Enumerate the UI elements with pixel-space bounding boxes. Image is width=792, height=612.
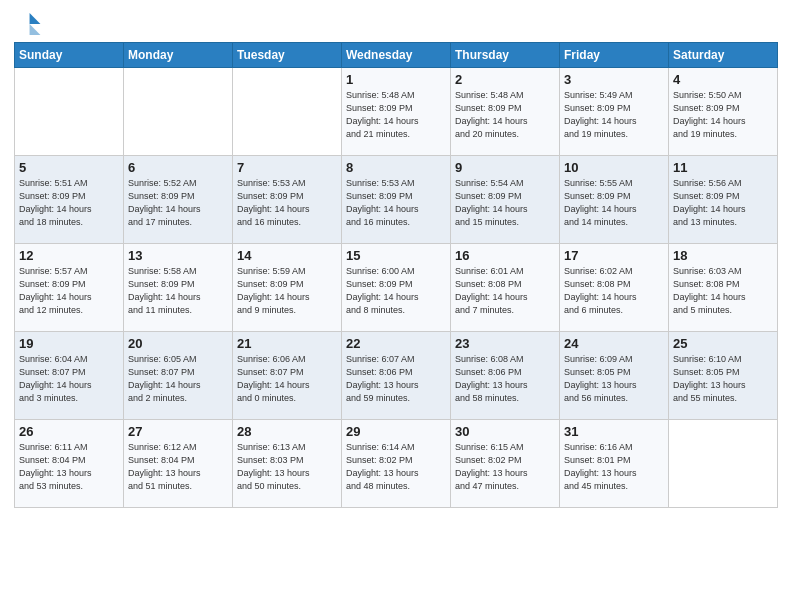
day-info: Sunrise: 6:00 AMSunset: 8:09 PMDaylight:… [346,265,446,317]
day-info: Sunrise: 6:15 AMSunset: 8:02 PMDaylight:… [455,441,555,493]
day-info: Sunrise: 6:16 AMSunset: 8:01 PMDaylight:… [564,441,664,493]
day-number: 20 [128,336,228,351]
day-info: Sunrise: 5:50 AMSunset: 8:09 PMDaylight:… [673,89,773,141]
calendar-week-row: 12Sunrise: 5:57 AMSunset: 8:09 PMDayligh… [15,244,778,332]
calendar-cell: 18Sunrise: 6:03 AMSunset: 8:08 PMDayligh… [669,244,778,332]
weekday-header-monday: Monday [124,43,233,68]
calendar-cell: 29Sunrise: 6:14 AMSunset: 8:02 PMDayligh… [342,420,451,508]
day-info: Sunrise: 6:08 AMSunset: 8:06 PMDaylight:… [455,353,555,405]
day-info: Sunrise: 6:14 AMSunset: 8:02 PMDaylight:… [346,441,446,493]
day-number: 11 [673,160,773,175]
calendar-cell: 31Sunrise: 6:16 AMSunset: 8:01 PMDayligh… [560,420,669,508]
day-number: 6 [128,160,228,175]
day-number: 19 [19,336,119,351]
calendar-cell: 7Sunrise: 5:53 AMSunset: 8:09 PMDaylight… [233,156,342,244]
day-info: Sunrise: 6:10 AMSunset: 8:05 PMDaylight:… [673,353,773,405]
day-info: Sunrise: 6:13 AMSunset: 8:03 PMDaylight:… [237,441,337,493]
calendar-cell: 11Sunrise: 5:56 AMSunset: 8:09 PMDayligh… [669,156,778,244]
day-info: Sunrise: 5:54 AMSunset: 8:09 PMDaylight:… [455,177,555,229]
weekday-header-friday: Friday [560,43,669,68]
day-number: 21 [237,336,337,351]
day-number: 15 [346,248,446,263]
logo [14,10,44,38]
day-info: Sunrise: 6:01 AMSunset: 8:08 PMDaylight:… [455,265,555,317]
calendar-cell: 24Sunrise: 6:09 AMSunset: 8:05 PMDayligh… [560,332,669,420]
day-number: 24 [564,336,664,351]
day-number: 7 [237,160,337,175]
day-info: Sunrise: 6:05 AMSunset: 8:07 PMDaylight:… [128,353,228,405]
calendar-cell [124,68,233,156]
day-number: 4 [673,72,773,87]
calendar-cell [15,68,124,156]
calendar-header: SundayMondayTuesdayWednesdayThursdayFrid… [15,43,778,68]
day-number: 12 [19,248,119,263]
day-number: 28 [237,424,337,439]
day-info: Sunrise: 5:57 AMSunset: 8:09 PMDaylight:… [19,265,119,317]
calendar-cell: 28Sunrise: 6:13 AMSunset: 8:03 PMDayligh… [233,420,342,508]
day-number: 22 [346,336,446,351]
calendar-cell: 3Sunrise: 5:49 AMSunset: 8:09 PMDaylight… [560,68,669,156]
calendar-table: SundayMondayTuesdayWednesdayThursdayFrid… [14,42,778,508]
day-info: Sunrise: 6:06 AMSunset: 8:07 PMDaylight:… [237,353,337,405]
calendar-cell: 16Sunrise: 6:01 AMSunset: 8:08 PMDayligh… [451,244,560,332]
day-info: Sunrise: 5:48 AMSunset: 8:09 PMDaylight:… [455,89,555,141]
day-info: Sunrise: 5:52 AMSunset: 8:09 PMDaylight:… [128,177,228,229]
day-number: 23 [455,336,555,351]
calendar-cell: 1Sunrise: 5:48 AMSunset: 8:09 PMDaylight… [342,68,451,156]
day-number: 29 [346,424,446,439]
day-number: 26 [19,424,119,439]
logo-icon [14,10,42,38]
calendar-page: SundayMondayTuesdayWednesdayThursdayFrid… [0,0,792,612]
calendar-cell: 13Sunrise: 5:58 AMSunset: 8:09 PMDayligh… [124,244,233,332]
day-info: Sunrise: 6:02 AMSunset: 8:08 PMDaylight:… [564,265,664,317]
weekday-header-tuesday: Tuesday [233,43,342,68]
day-number: 2 [455,72,555,87]
calendar-cell: 17Sunrise: 6:02 AMSunset: 8:08 PMDayligh… [560,244,669,332]
calendar-cell: 9Sunrise: 5:54 AMSunset: 8:09 PMDaylight… [451,156,560,244]
day-info: Sunrise: 5:56 AMSunset: 8:09 PMDaylight:… [673,177,773,229]
day-info: Sunrise: 5:53 AMSunset: 8:09 PMDaylight:… [237,177,337,229]
day-info: Sunrise: 5:48 AMSunset: 8:09 PMDaylight:… [346,89,446,141]
calendar-week-row: 5Sunrise: 5:51 AMSunset: 8:09 PMDaylight… [15,156,778,244]
day-info: Sunrise: 5:55 AMSunset: 8:09 PMDaylight:… [564,177,664,229]
calendar-cell [669,420,778,508]
day-number: 8 [346,160,446,175]
day-info: Sunrise: 5:49 AMSunset: 8:09 PMDaylight:… [564,89,664,141]
svg-marker-1 [30,24,41,35]
day-info: Sunrise: 5:53 AMSunset: 8:09 PMDaylight:… [346,177,446,229]
day-info: Sunrise: 6:09 AMSunset: 8:05 PMDaylight:… [564,353,664,405]
day-number: 30 [455,424,555,439]
day-number: 27 [128,424,228,439]
calendar-cell: 23Sunrise: 6:08 AMSunset: 8:06 PMDayligh… [451,332,560,420]
header [14,10,778,38]
day-number: 13 [128,248,228,263]
calendar-cell: 22Sunrise: 6:07 AMSunset: 8:06 PMDayligh… [342,332,451,420]
day-number: 18 [673,248,773,263]
weekday-header-row: SundayMondayTuesdayWednesdayThursdayFrid… [15,43,778,68]
weekday-header-thursday: Thursday [451,43,560,68]
calendar-cell: 20Sunrise: 6:05 AMSunset: 8:07 PMDayligh… [124,332,233,420]
day-info: Sunrise: 5:59 AMSunset: 8:09 PMDaylight:… [237,265,337,317]
calendar-cell: 26Sunrise: 6:11 AMSunset: 8:04 PMDayligh… [15,420,124,508]
day-info: Sunrise: 6:12 AMSunset: 8:04 PMDaylight:… [128,441,228,493]
day-number: 17 [564,248,664,263]
day-number: 16 [455,248,555,263]
day-number: 9 [455,160,555,175]
day-info: Sunrise: 5:58 AMSunset: 8:09 PMDaylight:… [128,265,228,317]
calendar-cell: 5Sunrise: 5:51 AMSunset: 8:09 PMDaylight… [15,156,124,244]
calendar-cell: 6Sunrise: 5:52 AMSunset: 8:09 PMDaylight… [124,156,233,244]
calendar-cell: 19Sunrise: 6:04 AMSunset: 8:07 PMDayligh… [15,332,124,420]
weekday-header-wednesday: Wednesday [342,43,451,68]
day-number: 31 [564,424,664,439]
calendar-cell: 8Sunrise: 5:53 AMSunset: 8:09 PMDaylight… [342,156,451,244]
day-number: 1 [346,72,446,87]
calendar-cell: 14Sunrise: 5:59 AMSunset: 8:09 PMDayligh… [233,244,342,332]
calendar-week-row: 26Sunrise: 6:11 AMSunset: 8:04 PMDayligh… [15,420,778,508]
day-number: 5 [19,160,119,175]
calendar-cell: 15Sunrise: 6:00 AMSunset: 8:09 PMDayligh… [342,244,451,332]
weekday-header-saturday: Saturday [669,43,778,68]
day-info: Sunrise: 6:03 AMSunset: 8:08 PMDaylight:… [673,265,773,317]
calendar-cell: 27Sunrise: 6:12 AMSunset: 8:04 PMDayligh… [124,420,233,508]
calendar-cell: 10Sunrise: 5:55 AMSunset: 8:09 PMDayligh… [560,156,669,244]
calendar-body: 1Sunrise: 5:48 AMSunset: 8:09 PMDaylight… [15,68,778,508]
